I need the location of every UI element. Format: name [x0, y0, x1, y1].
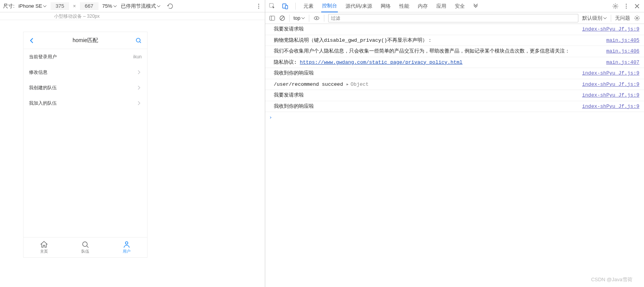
- source-link[interactable]: index-shPyu_Jf.js:9: [582, 81, 639, 88]
- console-message: 购物党隐私说明（键入disable_gwd_privacy()不再显示本声明）：: [274, 37, 606, 44]
- cell-label: 当前登录用户: [29, 54, 57, 60]
- clear-console-icon[interactable]: [279, 15, 285, 21]
- console-row: 隐私协议: https://www.gwdang.com/static_page…: [265, 57, 644, 68]
- list-item: 当前登录用户ikun: [24, 49, 147, 65]
- tabbar: 主页队伍用户: [24, 237, 147, 257]
- cell-label: 我创建的队伍: [29, 85, 57, 91]
- more-tabs-icon[interactable]: [473, 3, 479, 9]
- zoom-select[interactable]: 75%: [102, 3, 117, 9]
- home-icon: [40, 241, 48, 248]
- console-message: 我要发请求啦: [274, 92, 582, 99]
- svg-point-10: [626, 3, 627, 4]
- source-link[interactable]: index-shPyu_Jf.js:9: [582, 25, 639, 33]
- back-icon[interactable]: [29, 37, 35, 44]
- source-link[interactable]: index-shPyu_Jf.js:9: [582, 70, 639, 77]
- list-item[interactable]: 我加入的队伍: [24, 95, 147, 111]
- console-link[interactable]: https://www.gwdang.com/static_page/priva…: [300, 59, 463, 65]
- app-header: homie匹配: [24, 32, 147, 49]
- close-icon[interactable]: [634, 3, 640, 9]
- source-link[interactable]: index-shPyu_Jf.js:9: [582, 92, 639, 99]
- chevron-right-icon: [136, 100, 142, 106]
- tab-home[interactable]: 主页: [24, 238, 65, 257]
- chevron-down-icon: [157, 4, 161, 8]
- cell-value: ikun: [133, 54, 142, 59]
- expand-arrow-icon[interactable]: ▸: [346, 82, 349, 87]
- console-row: 我们不会收集用户个人隐私信息，只会收集一些简单的产品交互行为，帮助改善产品，例如…: [265, 46, 644, 57]
- source-link[interactable]: main.js:406: [606, 48, 639, 55]
- list-item[interactable]: 修改信息: [24, 65, 147, 80]
- devtools-tab[interactable]: 安全: [454, 0, 466, 12]
- height-input[interactable]: [80, 2, 98, 10]
- svg-point-12: [626, 7, 627, 8]
- more-icon[interactable]: [256, 3, 262, 9]
- dimension-x: ×: [73, 3, 76, 9]
- search-icon[interactable]: [136, 37, 142, 44]
- console-message: /user/recommend succeed ▸Object: [274, 81, 582, 88]
- watermark: CSDN @Java雪荷: [591, 276, 632, 283]
- devtools-tab[interactable]: 元素: [303, 0, 314, 12]
- ruler: 小型移动设备 – 320px: [0, 12, 265, 20]
- rotate-icon[interactable]: [167, 3, 174, 10]
- console-settings-icon[interactable]: [634, 15, 640, 21]
- devtools-tab[interactable]: 源代码/来源: [345, 0, 373, 12]
- tab-team[interactable]: 队伍: [65, 238, 106, 257]
- issues-label[interactable]: 无问题: [615, 15, 630, 22]
- svg-point-0: [258, 3, 259, 5]
- console-message: 我要发请求啦: [274, 25, 582, 33]
- source-link[interactable]: main.js:405: [606, 37, 639, 44]
- chevron-right-icon: [136, 70, 142, 75]
- svg-line-16: [281, 17, 284, 20]
- throttle-select[interactable]: 已停用节流模式: [121, 3, 161, 10]
- list-item[interactable]: 我创建的队伍: [24, 80, 147, 95]
- settings-icon[interactable]: [612, 3, 619, 9]
- cell-label: 我加入的队伍: [29, 100, 57, 107]
- console-message: 我们不会收集用户个人隐私信息，只会收集一些简单的产品交互行为，帮助改善产品，例如…: [274, 48, 606, 55]
- console-message: 隐私协议: https://www.gwdang.com/static_page…: [274, 59, 606, 66]
- console-message: 我收到你的响应啦: [274, 103, 582, 110]
- source-link[interactable]: index-shPyu_Jf.js:9: [582, 103, 639, 110]
- console-row: 我收到你的响应啦index-shPyu_Jf.js:9: [265, 68, 644, 79]
- devtools-tab[interactable]: 控制台: [321, 0, 338, 12]
- devtools-tab[interactable]: 网络: [380, 0, 391, 12]
- svg-point-18: [316, 17, 317, 19]
- tab-user[interactable]: 用户: [106, 238, 147, 257]
- context-select[interactable]: top: [293, 15, 305, 21]
- devtools-tab[interactable]: 应用: [436, 0, 447, 12]
- console-row: 我要发请求啦index-shPyu_Jf.js:9: [265, 90, 644, 101]
- search-icon: [81, 241, 89, 248]
- page-title: homie匹配: [73, 37, 98, 44]
- chevron-down-icon: [603, 16, 607, 20]
- console-row: 我收到你的响应啦index-shPyu_Jf.js:9: [265, 101, 644, 112]
- chevron-down-icon: [301, 16, 305, 20]
- sidebar-toggle-icon[interactable]: [269, 15, 275, 21]
- devtools-tab[interactable]: 性能: [398, 0, 410, 12]
- device-mode-icon[interactable]: [282, 3, 288, 9]
- svg-point-19: [636, 17, 638, 19]
- svg-point-1: [258, 5, 259, 7]
- console-row: /user/recommend succeed ▸Objectindex-shP…: [265, 79, 644, 90]
- console-message: 我收到你的响应啦: [274, 70, 582, 77]
- device-select[interactable]: iPhone SE: [19, 3, 47, 9]
- level-select[interactable]: 默认级别: [582, 15, 607, 22]
- svg-point-4: [83, 242, 87, 246]
- svg-rect-8: [285, 5, 288, 9]
- console-toolbar: top 默认级别 无问题: [265, 12, 644, 24]
- inspect-icon[interactable]: [269, 3, 275, 9]
- user-icon: [123, 241, 130, 248]
- console-prompt[interactable]: ›: [265, 112, 644, 122]
- svg-point-3: [136, 38, 140, 42]
- svg-rect-13: [270, 16, 275, 20]
- devtools-tab[interactable]: 内存: [417, 0, 429, 12]
- cell-label: 修改信息: [29, 69, 47, 76]
- tab-label: 主页: [40, 249, 48, 254]
- filter-input[interactable]: [328, 14, 578, 22]
- width-input[interactable]: [51, 2, 69, 10]
- source-link[interactable]: main.js:407: [606, 59, 639, 66]
- svg-point-9: [615, 5, 616, 7]
- live-expression-icon[interactable]: [313, 15, 320, 22]
- svg-point-2: [258, 7, 259, 8]
- svg-point-5: [125, 242, 127, 244]
- svg-point-11: [626, 5, 627, 6]
- console-body: 我要发请求啦index-shPyu_Jf.js:9购物党隐私说明（键入disab…: [265, 24, 644, 287]
- more-icon[interactable]: [623, 3, 629, 9]
